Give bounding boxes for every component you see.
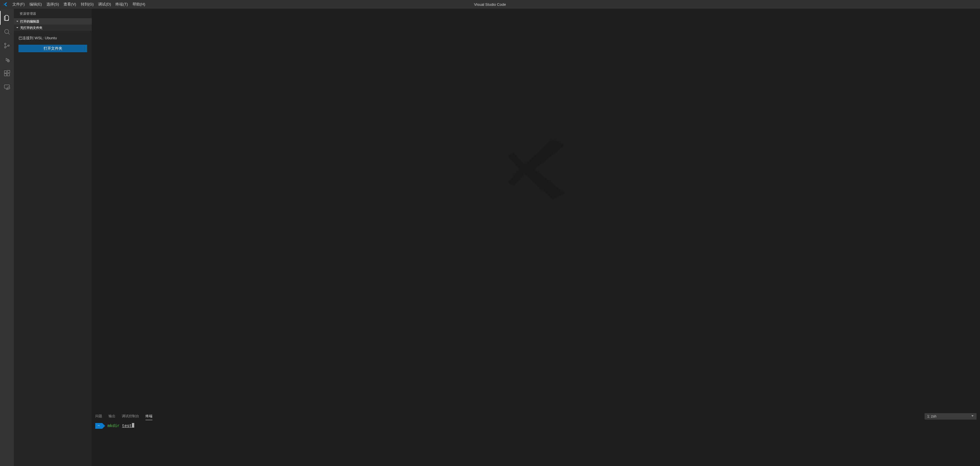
terminal-prompt-dir: ~ [95,423,102,429]
panel-tabs: 问题 输出 调试控制台 终端 1: zsh [92,412,980,421]
menu-help[interactable]: 帮助(H) [130,0,148,9]
menu-bar: 文件(F) 编辑(E) 选择(S) 查看(V) 转到(G) 调试(D) 终端(T… [10,0,148,9]
menu-go[interactable]: 转到(G) [78,0,96,9]
menu-debug[interactable]: 调试(D) [96,0,113,9]
menu-file[interactable]: 文件(F) [10,0,27,9]
panel-tab-output[interactable]: 输出 [108,413,116,420]
main: 资源管理器 打开的编辑器 无打开的文件夹 已连接到 WSL: Ubuntu 打开… [0,9,980,466]
svg-rect-5 [4,71,6,73]
prompt-arrow-icon [102,423,105,429]
menu-view[interactable]: 查看(V) [61,0,78,9]
menu-select[interactable]: 选择(S) [44,0,61,9]
sidebar-section-no-folder[interactable]: 无打开的文件夹 [14,24,92,31]
sidebar-section-label: 打开的编辑器 [20,19,39,24]
svg-point-2 [5,47,6,48]
panel-tab-terminal[interactable]: 终端 [145,413,153,420]
svg-point-1 [5,43,6,45]
activity-search-icon[interactable] [0,25,14,39]
svg-rect-6 [4,73,6,76]
wsl-connection-status: 已连接到 WSL: Ubuntu [19,35,87,41]
terminal-command: mkdir [107,423,119,428]
activity-debug-icon[interactable] [0,52,14,66]
vscode-logo-icon [0,2,10,6]
chevron-down-icon [15,25,20,30]
editor-area [92,9,980,411]
bottom-panel: 问题 输出 调试控制台 终端 1: zsh ~ mkdir [92,411,980,466]
terminal-argument: test [122,423,132,428]
sidebar: 资源管理器 打开的编辑器 无打开的文件夹 已连接到 WSL: Ubuntu 打开… [14,9,92,466]
activity-bar [0,9,14,466]
chevron-down-icon [970,414,975,419]
menu-edit[interactable]: 编辑(E) [27,0,44,9]
sidebar-body: 已连接到 WSL: Ubuntu 打开文件夹 [14,31,92,55]
activity-source-control-icon[interactable] [0,39,14,52]
terminal-selector[interactable]: 1: zsh [924,413,977,420]
svg-rect-8 [8,70,10,73]
open-folder-button[interactable]: 打开文件夹 [19,45,87,52]
sidebar-title: 资源管理器 [14,9,92,18]
svg-point-0 [5,29,9,33]
panel-tab-problems[interactable]: 问题 [95,413,102,420]
activity-extensions-icon[interactable] [0,66,14,80]
panel-tab-debug-console[interactable]: 调试控制台 [122,413,139,420]
terminal-selector-label: 1: zsh [927,414,936,418]
editor-column: 问题 输出 调试控制台 终端 1: zsh ~ mkdir [92,9,980,466]
terminal-body[interactable]: ~ mkdir test [92,421,980,466]
terminal-cursor [132,423,134,428]
activity-explorer-icon[interactable] [0,11,14,25]
svg-rect-7 [7,73,10,76]
sidebar-section-label: 无打开的文件夹 [20,26,43,30]
activity-remote-icon[interactable] [0,80,14,94]
vscode-watermark-icon [498,132,574,208]
menu-terminal[interactable]: 终端(T) [113,0,130,9]
title-bar: 文件(F) 编辑(E) 选择(S) 查看(V) 转到(G) 调试(D) 终端(T… [0,0,980,9]
svg-point-3 [8,45,10,46]
sidebar-section-open-editors[interactable]: 打开的编辑器 [14,18,92,24]
chevron-down-icon [15,19,20,24]
